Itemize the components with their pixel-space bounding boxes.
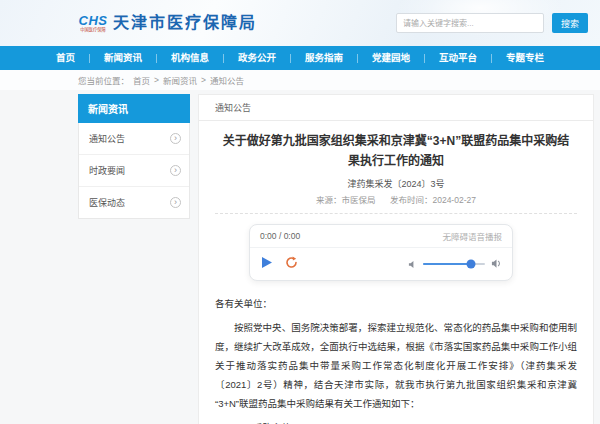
breadcrumb-current[interactable]: 通知公告: [210, 74, 244, 86]
nav-item-special-topics[interactable]: 专题专栏: [492, 46, 558, 70]
chevron-right-icon: ›: [170, 133, 181, 144]
volume-control: [408, 255, 502, 273]
sidebar-item-label: 通知公告: [89, 132, 125, 145]
paragraph-intro: 按照党中央、国务院决策部署，探索建立规范化、常态化的药品集中采购和使用制度，继续…: [215, 318, 577, 413]
breadcrumb-separator: >: [154, 75, 159, 85]
volume-high-icon: [491, 255, 502, 273]
nav-item-interaction[interactable]: 互动平台: [425, 46, 491, 70]
breadcrumb-section[interactable]: 新闻资讯: [163, 74, 197, 86]
nav-item-home[interactable]: 首页: [42, 46, 89, 70]
site-logo[interactable]: CHS 中国医疗保障 天津市医疗保障局: [78, 14, 257, 32]
main-nav: 首页 新闻资讯 机构信息 政务公开 服务指南 党建园地 互动平台 专题专栏: [0, 46, 600, 70]
nav-item-gov-affairs[interactable]: 政务公开: [224, 46, 290, 70]
sidebar-item-medical-news[interactable]: 医保动态 ›: [79, 187, 189, 218]
section-heading-1: 一、采购主体: [215, 418, 577, 424]
sidebar: 新闻资讯 通知公告 › 时政要闻 › 医保动态 ›: [78, 94, 190, 219]
nav-item-service-guide[interactable]: 服务指南: [291, 46, 357, 70]
nav-item-org-info[interactable]: 机构信息: [157, 46, 223, 70]
audio-player: 0:00 / 0:00 无障碍语音播报: [249, 224, 513, 281]
breadcrumb-home[interactable]: 首页: [133, 74, 150, 86]
sidebar-item-label: 时政要闻: [89, 164, 125, 177]
sidebar-title: 新闻资讯: [78, 94, 190, 123]
paragraph-salutation: 各有关单位：: [215, 294, 577, 313]
search-box: 搜索: [396, 13, 588, 33]
document-number: 津药集采发〔2024〕3号: [215, 177, 577, 190]
breadcrumb-separator: >: [201, 75, 206, 85]
volume-low-icon: [408, 255, 417, 273]
logo-abbr: CHS: [79, 14, 108, 27]
chevron-right-icon: ›: [170, 165, 181, 176]
nav-item-news[interactable]: 新闻资讯: [90, 46, 156, 70]
play-button[interactable]: [260, 256, 273, 272]
sidebar-item-notices[interactable]: 通知公告 ›: [79, 123, 189, 155]
site-title: 天津市医疗保障局: [113, 14, 257, 32]
sidebar-menu: 通知公告 › 时政要闻 › 医保动态 ›: [78, 123, 190, 219]
volume-thumb[interactable]: [467, 259, 476, 268]
chs-logo-icon: CHS 中国医疗保障: [78, 14, 108, 32]
audio-player-controls: [250, 248, 512, 280]
chevron-right-icon: ›: [170, 197, 181, 208]
breadcrumb: 您当前位置： 首页 > 新闻资讯 > 通知公告: [0, 70, 600, 90]
category-label: 通知公告: [199, 95, 593, 121]
article-body: 各有关单位： 按照党中央、国务院决策部署，探索建立规范化、常态化的药品集中采购和…: [215, 294, 577, 424]
site-header: CHS 中国医疗保障 天津市医疗保障局 搜索: [0, 0, 600, 46]
search-input[interactable]: [396, 13, 544, 33]
replay-icon: [285, 256, 298, 272]
sidebar-item-label: 医保动态: [89, 196, 125, 209]
replay-button[interactable]: [285, 256, 298, 272]
sidebar-item-current-affairs[interactable]: 时政要闻 ›: [79, 155, 189, 187]
article-panel: 通知公告 关于做好第九批国家组织集采和京津冀“3+N”联盟药品集中采购结果执行工…: [198, 94, 594, 424]
article-title: 关于做好第九批国家组织集采和京津冀“3+N”联盟药品集中采购结果执行工作的通知: [217, 132, 575, 172]
audio-caption: 无障碍语音播报: [442, 230, 502, 242]
search-button[interactable]: 搜索: [552, 13, 588, 33]
article-publish-time: 发布时间：2024-02-27: [390, 195, 476, 205]
breadcrumb-prefix: 您当前位置：: [78, 74, 129, 86]
volume-fill: [423, 263, 471, 265]
divider: [215, 213, 577, 214]
article-meta: 来源：市医保局 发布时间：2024-02-27: [215, 193, 577, 205]
content-area: 新闻资讯 通知公告 › 时政要闻 › 医保动态 › 通知公告 关于做好第九批国家…: [0, 90, 600, 424]
nav-item-party[interactable]: 党建园地: [358, 46, 424, 70]
audio-player-header: 0:00 / 0:00 无障碍语音播报: [250, 225, 512, 248]
logo-subtext: 中国医疗保障: [80, 27, 106, 31]
volume-slider[interactable]: [423, 263, 485, 265]
audio-time: 0:00 / 0:00: [260, 231, 300, 241]
article-source: 来源：市医保局: [316, 195, 376, 205]
play-icon: [260, 256, 273, 272]
